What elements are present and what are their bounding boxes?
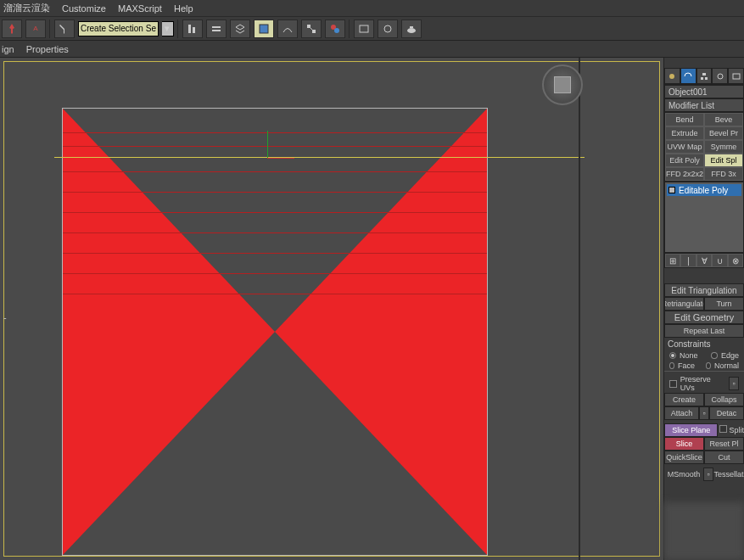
rollout-edit-geometry[interactable]: -Edit Geometry	[664, 311, 744, 324]
stack-item-editable-poly[interactable]: Editable Poly	[667, 184, 741, 196]
separator	[49, 20, 51, 38]
tab-motion[interactable]	[712, 68, 728, 84]
gizmo-y-axis[interactable]	[267, 131, 268, 158]
retriangulate-button[interactable]: Retriangulate	[664, 297, 704, 311]
svg-rect-5	[307, 25, 310, 28]
modifier-list-dropdown[interactable]: Modifier List	[664, 98, 744, 112]
show-end-result-icon[interactable]: |	[680, 254, 696, 267]
render-frame-icon[interactable]	[378, 20, 398, 38]
collapse-button[interactable]: Collaps	[704, 393, 744, 406]
repeat-last-button[interactable]: Repeat Last	[664, 324, 744, 338]
mod-bend[interactable]: Bend	[665, 113, 704, 126]
subbar-align[interactable]: ign	[2, 44, 14, 54]
constraint-face-radio[interactable]	[669, 362, 674, 369]
pin-stack-icon[interactable]: ⊞	[665, 254, 680, 267]
make-unique-icon[interactable]: ∀	[696, 254, 712, 267]
preserve-uvs-label: Preserve UVs	[680, 375, 725, 392]
reset-plane-button[interactable]: Reset Pl	[704, 437, 744, 451]
mod-editspline[interactable]: Edit Spl	[704, 154, 743, 167]
constraint-face-label: Face	[678, 361, 695, 370]
blurred-region	[663, 502, 744, 560]
cut-button[interactable]: Cut	[704, 451, 744, 464]
mod-ffd2[interactable]: FFD 2x2x2	[665, 167, 704, 181]
align-icon[interactable]	[182, 20, 203, 38]
constraint-edge-radio[interactable]	[711, 352, 718, 359]
menu-item-help[interactable]: Help	[174, 3, 193, 14]
selected-poly-object[interactable]	[63, 109, 487, 555]
align-normal-icon[interactable]	[206, 20, 227, 38]
stack-expand-icon[interactable]	[668, 187, 675, 193]
rollout-edit-triangulation[interactable]: Edit Triangulation	[664, 283, 744, 297]
stack-toolbar: ⊞ | ∀ ∪ ⊗	[664, 253, 744, 268]
sub-toolbar: ign Properties	[0, 41, 744, 58]
menu-item-render[interactable]: 溜溜云渲染	[3, 2, 50, 14]
mod-ffd3[interactable]: FFD 3x	[704, 167, 743, 181]
abc-icon[interactable]: A	[25, 20, 46, 38]
preserve-uvs-checkbox[interactable]	[669, 380, 677, 388]
tab-display[interactable]	[728, 68, 744, 84]
viewcube[interactable]	[542, 64, 583, 105]
svg-rect-1	[193, 27, 195, 33]
svg-rect-17	[705, 77, 708, 80]
msmooth-settings-icon[interactable]: ▫	[703, 468, 713, 481]
viewport-divider[interactable]	[579, 58, 580, 560]
create-button[interactable]: Create	[664, 393, 704, 406]
configure-sets-icon[interactable]: ⊗	[728, 254, 743, 267]
main-toolbar: A Create Selection Se ▾	[0, 17, 744, 41]
split-checkbox[interactable]	[719, 425, 727, 433]
turn-button[interactable]: Turn	[704, 297, 744, 311]
svg-rect-19	[733, 74, 740, 79]
menu-item-customize[interactable]: Customize	[62, 3, 106, 14]
pin-icon[interactable]	[2, 20, 22, 38]
layers-icon[interactable]	[230, 20, 250, 38]
tab-hierarchy[interactable]	[696, 68, 713, 84]
svg-rect-0	[188, 25, 191, 33]
split-label: Split	[729, 426, 744, 434]
gizmo-x-axis[interactable]	[267, 158, 294, 159]
stack-item-label: Editable Poly	[679, 186, 728, 195]
modifier-stack[interactable]: Editable Poly	[664, 182, 744, 253]
slice-button[interactable]: Slice	[664, 437, 704, 451]
curve-editor-icon[interactable]	[277, 20, 298, 38]
remove-modifier-icon[interactable]: ∪	[712, 254, 727, 267]
attach-button[interactable]: Attach	[664, 406, 699, 420]
quickslice-button[interactable]: QuickSlice	[664, 451, 704, 464]
mod-bevel-profile[interactable]: Bevel Pr	[704, 126, 743, 140]
mod-editpoly[interactable]: Edit Poly	[665, 154, 704, 167]
subbar-properties[interactable]: Properties	[26, 44, 69, 54]
selection-set-input[interactable]: Create Selection Se	[78, 21, 159, 36]
selection-set-dropdown-icon[interactable]: ▾	[162, 21, 174, 36]
tab-create[interactable]	[664, 68, 680, 84]
detach-button[interactable]: Detac	[709, 406, 744, 420]
menu-item-maxscript[interactable]: MAXScript	[118, 3, 162, 14]
scene-explorer-icon[interactable]	[254, 20, 274, 38]
svg-point-9	[334, 28, 339, 33]
mod-uvwmap[interactable]: UVW Map	[665, 140, 704, 154]
selection-filter-icon[interactable]	[54, 20, 75, 38]
material-icon[interactable]	[325, 20, 345, 38]
command-panel-tabs	[664, 68, 744, 85]
constraint-none-label: None	[680, 351, 698, 360]
attach-list-icon[interactable]: ▫	[699, 406, 709, 420]
render-teapot-icon[interactable]	[401, 20, 422, 38]
object-name-field[interactable]: Object001	[664, 85, 744, 98]
svg-rect-3	[212, 30, 221, 31]
viewcube-face[interactable]	[554, 76, 571, 93]
poly-face-left	[63, 109, 275, 555]
mod-bevel[interactable]: Beve	[704, 113, 743, 126]
tab-modify[interactable]	[680, 68, 696, 84]
svg-point-12	[407, 28, 416, 33]
svg-rect-4	[260, 25, 268, 33]
preserve-uvs-settings-icon[interactable]: ▫	[729, 377, 739, 390]
mod-extrude[interactable]: Extrude	[665, 126, 704, 140]
schematic-icon[interactable]	[301, 20, 322, 38]
poly-face-right	[275, 109, 487, 555]
constraint-none-radio[interactable]	[669, 352, 676, 359]
tessellate-label: Tessellat	[713, 468, 744, 481]
slice-plane-line[interactable]	[54, 157, 585, 158]
viewport[interactable]	[0, 58, 663, 560]
render-setup-icon[interactable]	[354, 20, 374, 38]
mod-symmetry[interactable]: Symme	[704, 140, 743, 154]
slice-plane-button[interactable]: Slice Plane	[664, 423, 718, 437]
constraint-normal-radio[interactable]	[706, 362, 711, 369]
